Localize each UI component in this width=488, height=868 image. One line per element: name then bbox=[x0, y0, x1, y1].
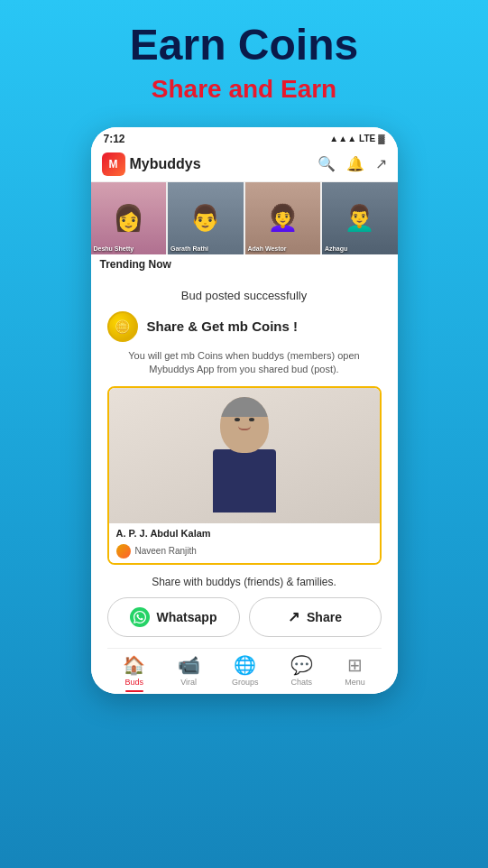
whatsapp-button[interactable]: Whatsapp bbox=[107, 597, 240, 637]
buds-label: Buds bbox=[124, 678, 143, 687]
signal-icon: ▲▲▲ bbox=[329, 134, 356, 143]
groups-label: Groups bbox=[232, 678, 259, 687]
groups-icon: 🌐 bbox=[234, 654, 256, 676]
menu-label: Menu bbox=[345, 678, 365, 687]
post-preview-card: A. P. J. Abdul Kalam Naveen Ranjith bbox=[107, 386, 382, 565]
whatsapp-icon bbox=[130, 607, 150, 627]
nav-item-viral[interactable]: 📹 Viral bbox=[178, 654, 200, 687]
bottom-nav: 🏠 Buds 📹 Viral 🌐 Groups 💬 Chats ⊞ bbox=[107, 648, 382, 694]
celebrity-strip: 👩 Deshu Shetty 👨 Garath Rathi 👩‍🦱 Adah W… bbox=[91, 182, 398, 254]
whatsapp-label: Whatsapp bbox=[157, 610, 217, 624]
search-icon[interactable]: 🔍 bbox=[318, 155, 336, 172]
header-section: Earn Coins Share and Earn bbox=[0, 0, 488, 113]
person-head bbox=[220, 397, 269, 453]
celeb-name-3: Adah Westor bbox=[248, 245, 287, 252]
coins-description: You will get mb Coins when buddys (membe… bbox=[107, 349, 382, 377]
buds-icon: 🏠 bbox=[123, 654, 145, 676]
notification-icon[interactable]: 🔔 bbox=[346, 155, 364, 172]
active-bar bbox=[125, 690, 143, 692]
share-earn-subtitle: Share and Earn bbox=[18, 75, 470, 104]
share-icon: ↗ bbox=[288, 608, 299, 625]
network-type: LTE bbox=[359, 134, 375, 143]
posted-successfully-text: Bud posted successfully bbox=[107, 289, 382, 302]
celeb-item-1[interactable]: 👩 Deshu Shetty bbox=[91, 182, 167, 254]
app-logo: M Mybuddys bbox=[102, 152, 201, 176]
share-buttons-row: Whatsapp ↗ Share bbox=[107, 597, 382, 637]
celeb-item-4[interactable]: 👨‍🦱 Azhagu bbox=[322, 182, 398, 254]
app-logo-text: Mybuddys bbox=[130, 156, 201, 172]
status-time: 7:12 bbox=[104, 133, 125, 145]
battery-icon: ▓ bbox=[378, 134, 384, 143]
coin-icon: 🪙 bbox=[107, 311, 138, 342]
menu-icon: ⊞ bbox=[347, 654, 363, 676]
nav-item-groups[interactable]: 🌐 Groups bbox=[232, 654, 259, 687]
viral-icon: 📹 bbox=[178, 654, 200, 676]
app-header-icons: 🔍 🔔 ↗ bbox=[318, 155, 387, 172]
post-user-name: Naveen Ranjith bbox=[135, 546, 197, 556]
nav-item-buds[interactable]: 🏠 Buds bbox=[123, 654, 145, 687]
bottom-sheet: Bud posted successfully 🪙 Share & Get mb… bbox=[91, 276, 398, 694]
user-avatar-small bbox=[116, 544, 131, 559]
chats-label: Chats bbox=[291, 678, 313, 687]
share-label-text: Share bbox=[307, 610, 342, 624]
status-icons: ▲▲▲ LTE ▓ bbox=[329, 134, 384, 143]
earn-coins-title: Earn Coins bbox=[18, 22, 470, 69]
celeb-name-4: Azhagu bbox=[325, 245, 347, 252]
share-with-label: Share with buddys (friends) & families. bbox=[107, 576, 382, 588]
post-user-row: Naveen Ranjith bbox=[109, 542, 380, 563]
post-image-area bbox=[109, 388, 380, 523]
chats-icon: 💬 bbox=[290, 654, 313, 676]
app-logo-icon: M bbox=[102, 152, 125, 176]
person-body bbox=[213, 449, 276, 512]
status-bar: 7:12 ▲▲▲ LTE ▓ bbox=[91, 127, 398, 149]
share-header-icon[interactable]: ↗ bbox=[375, 155, 387, 172]
post-person-name: A. P. J. Abdul Kalam bbox=[109, 523, 380, 542]
nav-item-menu[interactable]: ⊞ Menu bbox=[345, 654, 365, 687]
celeb-name-1: Deshu Shetty bbox=[94, 245, 134, 252]
share-coins-banner: 🪙 Share & Get mb Coins ! bbox=[107, 311, 382, 342]
viral-label: Viral bbox=[180, 678, 197, 687]
celeb-item-3[interactable]: 👩‍🦱 Adah Westor bbox=[245, 182, 321, 254]
app-header: M Mybuddys 🔍 🔔 ↗ bbox=[91, 149, 398, 182]
trending-now-bar: Trending Now bbox=[91, 254, 398, 276]
share-button[interactable]: ↗ Share bbox=[249, 597, 382, 637]
nav-item-chats[interactable]: 💬 Chats bbox=[290, 654, 313, 687]
celeb-item-2[interactable]: 👨 Garath Rathi bbox=[168, 182, 244, 254]
coins-banner-title: Share & Get mb Coins ! bbox=[147, 319, 299, 334]
celeb-name-2: Garath Rathi bbox=[170, 245, 208, 252]
phone-mockup: 7:12 ▲▲▲ LTE ▓ M Mybuddys 🔍 🔔 ↗ 👩 bbox=[91, 127, 398, 694]
person-figure bbox=[199, 397, 290, 514]
trending-section: 👩 Deshu Shetty 👨 Garath Rathi 👩‍🦱 Adah W… bbox=[91, 182, 398, 276]
